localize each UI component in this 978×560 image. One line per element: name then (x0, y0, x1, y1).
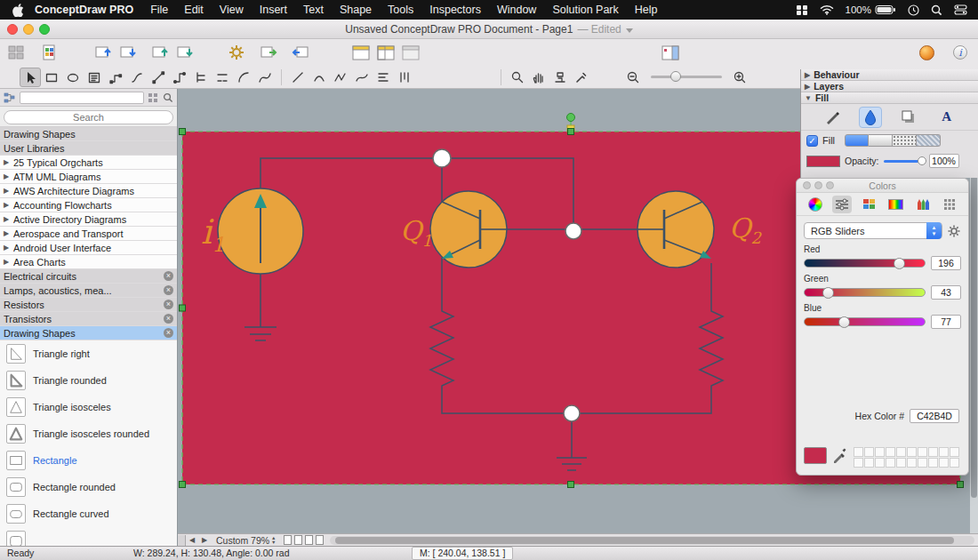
prev-page-button[interactable]: ◀ (186, 536, 198, 544)
eyedropper-icon[interactable] (832, 447, 846, 463)
page-icon[interactable] (294, 535, 302, 545)
help-info-icon[interactable]: i (950, 43, 971, 62)
close-library-icon[interactable]: × (164, 314, 173, 324)
swatch-cell[interactable] (939, 447, 949, 457)
inspector-window-icon[interactable] (660, 43, 681, 62)
line-tool[interactable] (287, 68, 309, 87)
library-item-active-directory-diagrams[interactable]: ▶Active Directory Diagrams (0, 212, 177, 227)
hex-color-input[interactable] (910, 409, 959, 423)
shape-item-rectangle-curved[interactable]: Rectangle curved (0, 500, 177, 527)
connection-node[interactable] (565, 223, 581, 239)
connector-direct-tool[interactable] (148, 68, 169, 87)
fill-style-texture[interactable] (917, 134, 941, 147)
take-from-library-icon[interactable] (290, 43, 311, 62)
fill-style-gradient[interactable] (869, 134, 893, 147)
library-item-android-user-interface[interactable]: ▶Android User Interface (0, 241, 177, 255)
color-wheel-icon[interactable] (806, 196, 825, 213)
library-item-aws-architecture-diagrams[interactable]: ▶AWS Architecture Diagrams (0, 184, 177, 198)
zoom-level-label[interactable]: Custom 79% (216, 535, 269, 546)
fill-style-pattern[interactable] (893, 134, 917, 147)
zoom-slider-thumb[interactable] (670, 71, 681, 82)
bezier-tool[interactable] (254, 68, 276, 87)
ellipse-tool[interactable] (62, 68, 84, 87)
rectangle-tool[interactable] (41, 68, 62, 87)
opacity-slider-thumb[interactable] (918, 156, 926, 165)
menu-help[interactable]: Help (627, 4, 666, 16)
text-style-icon[interactable]: A (935, 107, 958, 128)
color-palette-icon[interactable] (859, 196, 878, 213)
title-menu-chevron-icon[interactable] (626, 28, 633, 33)
menu-inspectors[interactable]: Inspectors (421, 4, 489, 16)
new-document-icon[interactable] (39, 43, 60, 62)
library-item-resistors[interactable]: Resistors× (0, 298, 177, 312)
disclosure-triangle-icon[interactable]: ▶ (805, 71, 810, 79)
library-item-user-libraries[interactable]: User Libraries (0, 141, 177, 156)
current-color-swatch[interactable] (804, 447, 827, 464)
insert-shape-up-icon[interactable] (92, 43, 114, 62)
swatch-cell[interactable] (896, 458, 906, 468)
library-item-area-charts[interactable]: ▶Area Charts (0, 255, 177, 269)
shadow-icon[interactable] (897, 107, 920, 128)
blue-value-input[interactable] (931, 315, 961, 329)
menu-insert[interactable]: Insert (252, 4, 295, 16)
menu-app-name[interactable]: ConceptDraw PRO (33, 4, 142, 16)
swatch-cell[interactable] (928, 447, 938, 457)
horizontal-scrollbar-thumb[interactable] (335, 537, 954, 544)
opacity-slider[interactable] (884, 160, 925, 163)
inspector-section-behaviour[interactable]: ▶Behaviour (801, 69, 978, 81)
insert-shape-down-icon[interactable] (117, 43, 139, 62)
sidebar-search-icon[interactable] (163, 92, 173, 103)
connector-curve-tool[interactable] (126, 68, 148, 87)
red-value-input[interactable] (931, 256, 961, 270)
page-icon[interactable] (305, 535, 313, 545)
close-library-icon[interactable]: × (164, 285, 173, 295)
clock-icon[interactable] (908, 4, 919, 16)
library-item-electrical-circuits[interactable]: Electrical circuits× (0, 269, 177, 284)
arrange-window-icon-3[interactable] (400, 43, 421, 62)
color-crayons-icon[interactable] (913, 196, 933, 213)
color-swatch-grid-icon[interactable] (940, 196, 959, 213)
opacity-value-input[interactable] (929, 154, 959, 168)
connection-node[interactable] (564, 405, 580, 421)
shape-item-rectangle-rounded[interactable]: Rectangle rounded (0, 474, 177, 500)
chain-connector-tool[interactable] (212, 68, 233, 87)
search-input[interactable] (4, 110, 173, 124)
green-slider-thumb[interactable] (822, 287, 834, 299)
close-library-icon[interactable]: × (164, 271, 173, 281)
menu-text[interactable]: Text (295, 4, 332, 16)
fill-style-solid[interactable] (845, 134, 869, 147)
spline-tool[interactable] (351, 68, 373, 87)
pane-splitter[interactable] (178, 535, 186, 546)
library-item-drawing-shapes-selected[interactable]: Drawing Shapes× (0, 326, 177, 340)
shape-item-triangle-isosceles[interactable]: Triangle isosceles (0, 394, 177, 420)
arc-tool[interactable] (233, 68, 254, 87)
swatch-cell[interactable] (864, 458, 874, 468)
polyline-tool[interactable] (330, 68, 351, 87)
spotlight-search-icon[interactable] (931, 4, 942, 16)
green-value-input[interactable] (931, 285, 961, 300)
shape-item-triangle-rounded[interactable]: Triangle rounded (0, 367, 177, 394)
swatch-cell[interactable] (886, 458, 895, 468)
disclosure-triangle-icon[interactable]: ▶ (4, 215, 13, 223)
control-center-icon[interactable] (954, 4, 967, 15)
swatch-cell[interactable] (918, 447, 927, 457)
settings-gear-icon[interactable] (226, 43, 247, 62)
format-painter-tool[interactable] (549, 68, 571, 87)
library-item-atm-uml-diagrams[interactable]: ▶ATM UML Diagrams (0, 170, 177, 184)
horizontal-scrollbar[interactable] (330, 536, 974, 545)
disclosure-triangle-icon[interactable]: ▶ (4, 201, 13, 209)
rotation-handle[interactable] (567, 114, 575, 122)
menu-solution-park[interactable]: Solution Park (544, 4, 626, 16)
menu-edit[interactable]: Edit (176, 4, 212, 16)
close-library-icon[interactable]: × (164, 300, 173, 309)
tree-view-icon[interactable] (4, 92, 16, 103)
blue-slider[interactable] (804, 317, 926, 326)
inspector-section-fill[interactable]: ▼Fill (801, 92, 978, 104)
swatch-cell[interactable] (854, 447, 863, 457)
arrange-window-icon-1[interactable] (350, 43, 372, 62)
swatch-cell[interactable] (928, 458, 938, 468)
disclosure-triangle-icon[interactable]: ▶ (4, 229, 13, 237)
connector-angle-tool[interactable] (105, 68, 126, 87)
library-item-drawing-shapes-top[interactable]: Drawing Shapes (0, 127, 177, 141)
disclosure-triangle-icon[interactable]: ▶ (4, 258, 13, 266)
